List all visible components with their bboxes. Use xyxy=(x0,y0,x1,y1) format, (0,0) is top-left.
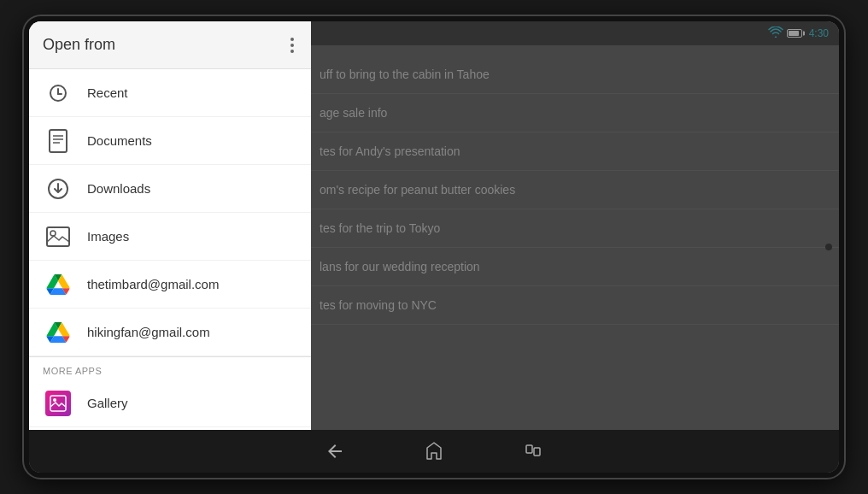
gallery-label: Gallery xyxy=(87,396,128,410)
clock-icon xyxy=(43,78,73,109)
drive-icon-1 xyxy=(43,269,73,300)
open-from-dialog: Open from xyxy=(29,21,311,430)
more-options-button[interactable] xyxy=(287,34,297,56)
svg-rect-14 xyxy=(534,448,540,456)
images-label: Images xyxy=(87,229,129,244)
menu-item-drive1[interactable]: thetimbard@gmail.com xyxy=(29,261,311,309)
svg-rect-13 xyxy=(526,445,532,453)
dialog-title: Open from xyxy=(43,36,287,54)
back-button[interactable] xyxy=(320,436,350,467)
svg-point-10 xyxy=(50,231,56,236)
gallery-icon xyxy=(43,388,73,419)
menu-item-documents[interactable]: Documents xyxy=(29,117,311,165)
drive-icon-2 xyxy=(43,317,73,348)
navigation-bar xyxy=(29,430,839,473)
tablet-screen: 4:30 uff to bring to the cabin in Tahoe … xyxy=(29,21,839,473)
download-icon xyxy=(43,173,73,204)
home-button[interactable] xyxy=(419,436,449,467)
document-icon xyxy=(43,126,73,156)
menu-item-images[interactable]: Images xyxy=(29,213,311,261)
more-apps-header: MORE APPS xyxy=(29,356,311,379)
drive1-label: thetimbard@gmail.com xyxy=(87,277,219,291)
downloads-label: Downloads xyxy=(87,181,150,196)
menu-item-drive2[interactable]: hikingfan@gmail.com xyxy=(29,309,311,356)
images-icon xyxy=(43,221,73,252)
menu-item-recent[interactable]: Recent xyxy=(29,69,311,117)
recent-label: Recent xyxy=(87,85,128,100)
tablet: 4:30 uff to bring to the cabin in Tahoe … xyxy=(24,16,844,478)
svg-rect-9 xyxy=(47,227,69,246)
dialog-header: Open from xyxy=(29,21,311,69)
menu-item-gallery[interactable]: Gallery xyxy=(29,379,311,427)
svg-rect-11 xyxy=(50,396,66,411)
svg-point-12 xyxy=(53,398,56,402)
dialog-body: Recent Documents xyxy=(29,69,311,430)
screen-content: 4:30 uff to bring to the cabin in Tahoe … xyxy=(29,21,839,473)
drive2-label: hikingfan@gmail.com xyxy=(87,325,210,339)
svg-rect-3 xyxy=(50,130,67,152)
documents-label: Documents xyxy=(87,133,152,148)
menu-item-downloads[interactable]: Downloads xyxy=(29,165,311,213)
recents-button[interactable] xyxy=(518,436,548,467)
